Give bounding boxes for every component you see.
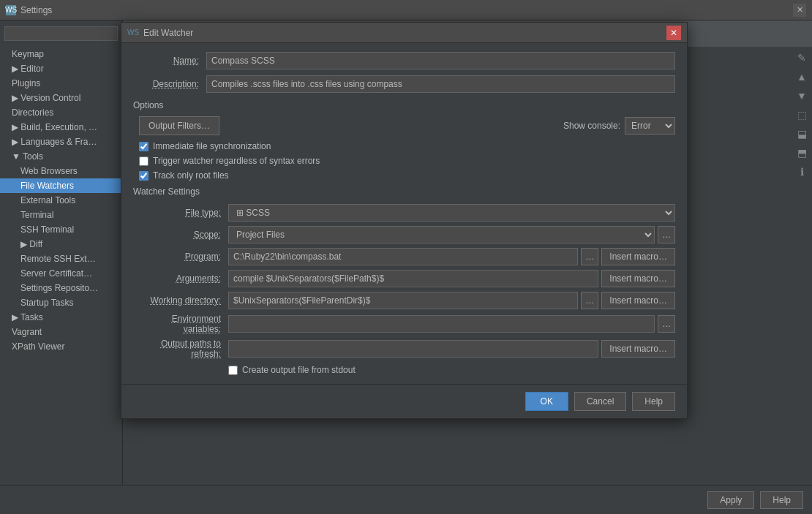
sidebar: Keymap▶ EditorPlugins▶ Version ControlDi… bbox=[0, 20, 123, 485]
down-arrow-icon[interactable]: ▼ bbox=[794, 88, 810, 104]
modal-titlebar: WS Edit Watcher ✕ bbox=[121, 23, 687, 43]
immediate-sync-checkbox[interactable] bbox=[139, 142, 149, 151]
sidebar-item-build-execution[interactable]: ▶ Build, Execution, … bbox=[0, 120, 122, 135]
sidebar-item-label-build-execution: ▶ Build, Execution, … bbox=[12, 122, 97, 132]
sidebar-item-label-directories: Directories bbox=[12, 107, 53, 118]
edit-icon[interactable]: ✎ bbox=[794, 50, 810, 66]
create-output-checkbox[interactable] bbox=[228, 366, 238, 375]
program-dots-button[interactable]: … bbox=[581, 248, 598, 265]
name-label: Name: bbox=[133, 56, 206, 66]
track-root-checkbox-label[interactable]: Track only root files bbox=[139, 170, 675, 181]
name-input[interactable] bbox=[206, 52, 675, 69]
sidebar-item-startup-tasks[interactable]: Startup Tasks bbox=[0, 295, 122, 310]
help-button-main[interactable]: Help bbox=[760, 491, 803, 509]
working-dir-dots-button[interactable]: … bbox=[581, 292, 598, 309]
sidebar-item-label-vagrant: Vagrant bbox=[12, 327, 42, 337]
program-input[interactable] bbox=[228, 248, 578, 265]
modal-body: Name: Description: Options Output Filter… bbox=[121, 43, 687, 384]
settings-window-title: Settings bbox=[20, 5, 52, 15]
working-dir-input[interactable] bbox=[228, 292, 578, 309]
sidebar-item-server-certificates[interactable]: Server Certificat… bbox=[0, 266, 122, 281]
arguments-insert-macro-button[interactable]: Insert macro… bbox=[601, 270, 675, 287]
sidebar-item-label-ssh-terminal: SSH Terminal bbox=[20, 224, 74, 235]
sidebar-item-settings-repository[interactable]: Settings Reposito… bbox=[0, 281, 122, 295]
scope-label: Scope: bbox=[133, 230, 228, 240]
sidebar-item-languages-frameworks[interactable]: ▶ Languages & Fra… bbox=[0, 135, 122, 149]
scope-wrap: Project Files All Places Current File … bbox=[228, 226, 675, 243]
copy-file-icon[interactable]: ⬚ bbox=[794, 107, 810, 123]
description-input[interactable] bbox=[206, 75, 675, 93]
env-vars-input[interactable] bbox=[228, 315, 655, 333]
ok-button[interactable]: OK bbox=[525, 392, 568, 411]
sidebar-item-xpath-viewer[interactable]: XPath Viewer bbox=[0, 339, 122, 354]
immediate-sync-checkbox-label[interactable]: Immediate file synchronization bbox=[139, 141, 675, 151]
main-toolbar: ✎ ▲ ▼ ⬚ ⬓ ⬒ ℹ bbox=[792, 47, 812, 456]
sidebar-item-vagrant[interactable]: Vagrant bbox=[0, 325, 122, 339]
arguments-row: Arguments: Insert macro… bbox=[133, 270, 675, 287]
trigger-watcher-checkbox-label[interactable]: Trigger watcher regardless of syntax err… bbox=[139, 156, 675, 166]
track-root-text: Track only root files bbox=[153, 170, 229, 181]
env-vars-wrap: … bbox=[228, 315, 675, 333]
modal-close-button[interactable]: ✕ bbox=[666, 26, 681, 40]
sidebar-item-tools[interactable]: ▼ Tools bbox=[0, 149, 122, 164]
sidebar-item-directories[interactable]: Directories bbox=[0, 105, 122, 120]
sidebar-item-label-file-watchers: File Watchers bbox=[20, 181, 74, 191]
immediate-sync-text: Immediate file synchronization bbox=[153, 141, 271, 151]
sidebar-item-file-watchers[interactable]: File Watchers bbox=[0, 178, 122, 193]
trigger-watcher-text: Trigger watcher regardless of syntax err… bbox=[153, 156, 320, 166]
modal-title-icon: WS bbox=[127, 29, 139, 37]
sidebar-item-label-startup-tasks: Startup Tasks bbox=[20, 298, 73, 308]
env-vars-row: Environment variables: … bbox=[133, 314, 675, 334]
program-insert-macro-button[interactable]: Insert macro… bbox=[601, 248, 675, 265]
track-root-checkbox[interactable] bbox=[139, 171, 149, 181]
scope-row: Scope: Project Files All Places Current … bbox=[133, 226, 675, 243]
sidebar-item-diff[interactable]: ▶ Diff bbox=[0, 237, 122, 252]
sidebar-item-external-tools[interactable]: External Tools bbox=[0, 193, 122, 208]
sidebar-search-input[interactable] bbox=[4, 26, 118, 41]
import-icon[interactable]: ⬓ bbox=[794, 126, 810, 142]
help-button[interactable]: Help bbox=[632, 392, 675, 411]
cancel-button[interactable]: Cancel bbox=[574, 392, 626, 411]
output-paths-row: Output paths to refresh: Insert macro… bbox=[133, 339, 675, 359]
program-wrap: … Insert macro… bbox=[228, 248, 675, 265]
scope-dots-button[interactable]: … bbox=[658, 226, 675, 243]
sidebar-item-plugins[interactable]: Plugins bbox=[0, 76, 122, 91]
arguments-input[interactable] bbox=[228, 270, 598, 287]
sidebar-item-terminal[interactable]: Terminal bbox=[0, 208, 122, 222]
info-icon[interactable]: ℹ bbox=[794, 164, 810, 180]
options-section-header: Options bbox=[133, 100, 675, 110]
output-filters-button[interactable]: Output Filters… bbox=[139, 116, 219, 135]
sidebar-item-label-xpath-viewer: XPath Viewer bbox=[12, 341, 65, 352]
program-row: Program: … Insert macro… bbox=[133, 248, 675, 265]
sidebar-item-web-browsers[interactable]: Web Browsers bbox=[0, 164, 122, 178]
sidebar-item-label-tasks: ▶ Tasks bbox=[12, 312, 43, 322]
export-icon[interactable]: ⬒ bbox=[794, 145, 810, 161]
file-type-select[interactable]: ⊞ SCSS CSS LESS JavaScript bbox=[228, 204, 675, 222]
sidebar-item-label-remote-ssh-ext: Remote SSH Ext… bbox=[20, 254, 96, 264]
sidebar-item-keymap[interactable]: Keymap bbox=[0, 47, 122, 61]
create-output-row: Create output file from stdout bbox=[133, 365, 675, 375]
show-console-select[interactable]: Error Always Never bbox=[625, 117, 675, 135]
output-paths-insert-macro-button[interactable]: Insert macro… bbox=[601, 340, 675, 358]
output-paths-label: Output paths to refresh: bbox=[133, 339, 228, 359]
output-paths-input[interactable] bbox=[228, 340, 598, 358]
up-arrow-icon[interactable]: ▲ bbox=[794, 69, 810, 85]
scope-select[interactable]: Project Files All Places Current File bbox=[228, 226, 655, 243]
env-vars-dots-button[interactable]: … bbox=[658, 315, 675, 333]
sidebar-item-editor[interactable]: ▶ Editor bbox=[0, 61, 122, 76]
sidebar-item-label-plugins: Plugins bbox=[12, 78, 40, 88]
watcher-settings-header: Watcher Settings bbox=[133, 186, 675, 197]
arguments-label: Arguments: bbox=[133, 273, 228, 284]
name-row: Name: bbox=[133, 52, 675, 69]
trigger-watcher-checkbox[interactable] bbox=[139, 156, 149, 166]
sidebar-item-tasks[interactable]: ▶ Tasks bbox=[0, 310, 122, 325]
sidebar-item-label-terminal: Terminal bbox=[20, 210, 53, 220]
sidebar-item-version-control[interactable]: ▶ Version Control bbox=[0, 91, 122, 105]
settings-close-button[interactable]: ✕ bbox=[793, 4, 806, 17]
sidebar-item-ssh-terminal[interactable]: SSH Terminal bbox=[0, 222, 122, 237]
sidebar-item-label-editor: ▶ Editor bbox=[12, 64, 44, 74]
apply-button[interactable]: Apply bbox=[707, 491, 754, 509]
working-dir-insert-macro-button[interactable]: Insert macro… bbox=[601, 292, 675, 309]
sidebar-item-remote-ssh-ext[interactable]: Remote SSH Ext… bbox=[0, 252, 122, 266]
create-output-checkbox-label[interactable]: Create output file from stdout bbox=[228, 365, 356, 375]
